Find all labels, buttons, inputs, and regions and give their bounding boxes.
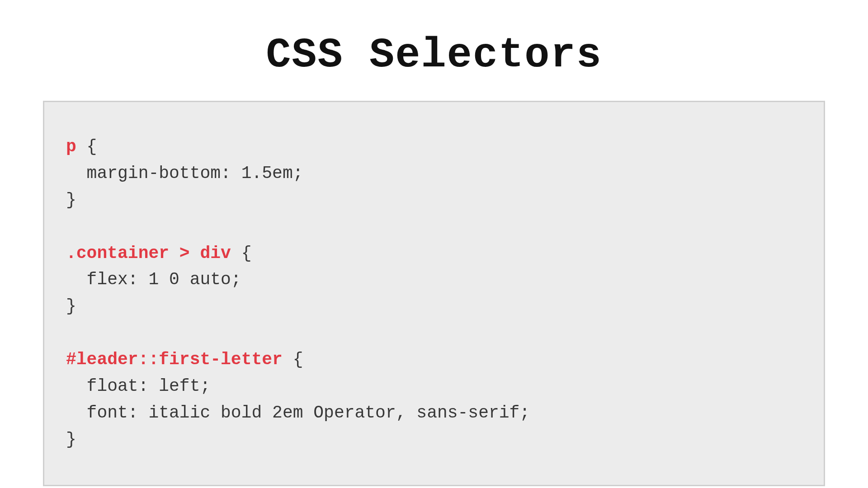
code-selector: .container > div	[66, 244, 231, 263]
code-token: {	[231, 244, 252, 263]
code-selector: p	[66, 137, 76, 156]
code-token: }	[66, 296, 76, 316]
slide: CSS Selectors p { margin-bottom: 1.5em; …	[0, 0, 868, 488]
code-content: p { margin-bottom: 1.5em; } .container >…	[66, 134, 802, 453]
code-block: p { margin-bottom: 1.5em; } .container >…	[43, 101, 825, 486]
slide-title: CSS Selectors	[266, 32, 602, 79]
code-token: flex: 1 0 auto;	[66, 270, 241, 289]
code-token: float: left;	[66, 376, 210, 396]
code-selector: #leader::first-letter	[66, 350, 283, 369]
code-token: margin-bottom: 1.5em;	[66, 164, 303, 183]
code-token: }	[66, 190, 76, 210]
code-token: }	[66, 430, 76, 449]
code-token: font: italic bold 2em Operator, sans-ser…	[66, 403, 530, 422]
code-token: {	[76, 137, 97, 156]
code-token: {	[283, 350, 303, 369]
